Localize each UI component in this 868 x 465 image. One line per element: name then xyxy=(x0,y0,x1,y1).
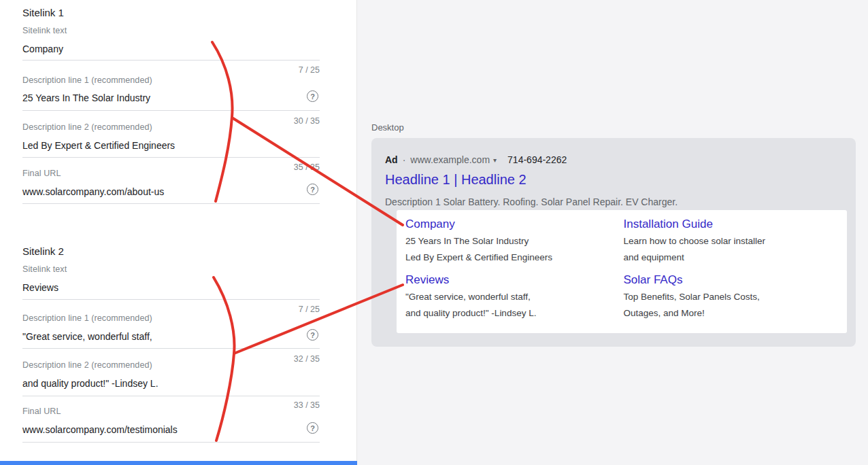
preview-sitelink-desc: "Great service, wonderful staff, xyxy=(405,289,624,305)
input-underline xyxy=(22,442,320,443)
sitelink-text-label: Sitelink text xyxy=(22,264,67,274)
preview-sitelink-desc: and equipment xyxy=(624,249,842,266)
preview-sitelink-title: Company xyxy=(405,218,624,231)
ad-phone-number: 714-694-2262 xyxy=(507,154,567,165)
ad-separator: · xyxy=(403,154,406,165)
char-counter: 7 / 25 xyxy=(22,305,320,314)
char-counter: 33 / 35 xyxy=(22,400,320,410)
preview-sitelink-desc: 25 Years In The Solar Industry xyxy=(405,233,624,249)
preview-sitelink-title: Solar FAQs xyxy=(624,273,842,287)
description-1-input[interactable]: 25 Years In The Solar Industry xyxy=(22,92,150,103)
preview-sitelink: Reviews "Great service, wonderful staff,… xyxy=(405,273,624,322)
final-url-input[interactable]: www.solarcompany.com/about-us xyxy=(22,186,164,197)
preview-sitelink-title: Installation Guide xyxy=(624,218,842,231)
input-underline xyxy=(22,110,320,111)
final-url-label: Final URL xyxy=(22,407,61,416)
description-1-label: Description line 1 (recommended) xyxy=(22,75,152,85)
preview-sitelink-desc: Outages, and More! xyxy=(624,305,842,322)
description-1-label: Description line 1 (recommended) xyxy=(22,313,152,323)
preview-sitelink-desc: Top Benefits, Solar Panels Costs, xyxy=(624,289,842,305)
input-underline xyxy=(22,157,320,158)
sitelink-text-label: Sitelink text xyxy=(22,26,67,35)
description-2-input[interactable]: and quality product!" -Lindsey L. xyxy=(22,378,158,389)
help-icon[interactable]: ? xyxy=(307,329,318,341)
sitelink-text-input[interactable]: Reviews xyxy=(22,282,59,293)
input-underline xyxy=(22,299,320,300)
help-icon[interactable]: ? xyxy=(307,184,318,195)
input-underline xyxy=(22,396,320,396)
final-url-input[interactable]: www.solarcompany.com/testimonials xyxy=(22,424,178,435)
ad-preview-card: Ad · www.example.com ▾ 714-694-2262 Head… xyxy=(371,138,856,347)
preview-sitelink-desc: Led By Expert & Certified Engineers xyxy=(405,249,624,266)
help-icon[interactable]: ? xyxy=(307,422,318,434)
description-2-label: Description line 2 (recommended) xyxy=(22,122,152,132)
preview-device-label: Desktop xyxy=(371,122,404,133)
ad-header-line: Ad · www.example.com ▾ 714-694-2262 xyxy=(385,154,567,165)
sitelink-text-input[interactable]: Company xyxy=(22,44,63,54)
preview-sitelink: Installation Guide Learn how to choose s… xyxy=(624,218,842,266)
description-2-input[interactable]: Led By Expert & Certified Engineers xyxy=(22,140,175,151)
sitelink-2-heading: Sitelink 2 xyxy=(22,245,64,257)
ad-display-url: www.example.com xyxy=(410,154,490,165)
sitelink-1-heading: Sitelink 1 xyxy=(22,7,64,18)
preview-sitelink-title: Reviews xyxy=(405,273,624,287)
final-url-label: Final URL xyxy=(22,169,61,178)
preview-sitelink: Solar FAQs Top Benefits, Solar Panels Co… xyxy=(624,273,842,322)
char-counter: 7 / 25 xyxy=(22,65,320,75)
input-underline xyxy=(22,203,320,204)
bottom-scrollbar[interactable] xyxy=(0,461,357,465)
preview-sitelink: Company 25 Years In The Solar Industry L… xyxy=(405,218,624,266)
description-2-label: Description line 2 (recommended) xyxy=(22,360,152,370)
ad-headline: Headline 1 | Headline 2 xyxy=(385,172,527,188)
input-underline xyxy=(22,60,320,61)
chevron-down-icon: ▾ xyxy=(493,156,497,164)
ad-preview-pane: Desktop Ad · www.example.com ▾ 714-694-2… xyxy=(357,0,868,465)
sitelinks-preview-box: Company 25 Years In The Solar Industry L… xyxy=(397,210,847,333)
char-counter: 35 / 35 xyxy=(22,162,320,172)
ad-badge: Ad xyxy=(385,154,398,165)
help-icon[interactable]: ? xyxy=(307,90,318,102)
preview-sitelink-desc: Learn how to choose solar installer xyxy=(624,233,842,249)
ad-description: Description 1 Solar Battery. Roofing. So… xyxy=(385,196,678,207)
preview-sitelink-desc: and quality product!" -Lindsey L. xyxy=(405,305,624,322)
sitelink-editor-panel: Sitelink 1 Sitelink text Company 7 / 25 … xyxy=(0,0,357,465)
input-underline xyxy=(22,348,320,349)
description-1-input[interactable]: "Great service, wonderful staff, xyxy=(22,331,152,342)
